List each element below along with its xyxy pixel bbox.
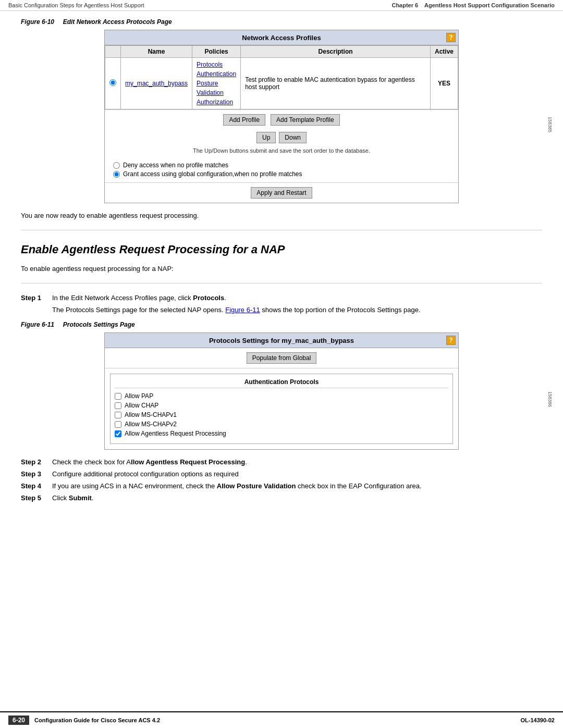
figure11-wrap: Protocols Settings for my_mac_auth_bypas… <box>21 332 542 450</box>
policy-protocols-link[interactable]: Protocols <box>197 60 236 69</box>
chap-checkbox[interactable] <box>115 402 121 409</box>
step5-label: Step 5 <box>21 494 47 502</box>
step1-label: Step 1 <box>21 294 47 302</box>
policy-posture-link[interactable]: Posture <box>197 79 236 88</box>
col-policies: Policies <box>192 46 241 58</box>
footer-page-number: 6-20 <box>8 715 29 725</box>
populate-row: Populate from Global <box>105 348 458 368</box>
updown-note: The Up/Down buttons submit and save the … <box>105 145 458 157</box>
row-description: Test profile to enable MAC autentication… <box>241 58 431 109</box>
auth-protocols-section: Authentication Protocols Allow PAP Allow… <box>110 374 453 444</box>
row-active: YES <box>430 58 458 109</box>
nap-buttons-row: Add Profile Add Template Profile <box>105 109 458 130</box>
step2-row: Step 2 Check the check box for Allow Age… <box>21 458 542 466</box>
main-content: Figure 6-10 Edit Network Access Protocol… <box>0 18 563 527</box>
step4-label: Step 4 <box>21 482 47 490</box>
row-name: my_mac_auth_bypass <box>121 58 192 109</box>
footer-doc-number: OL-14390-02 <box>521 717 555 723</box>
figure11-link[interactable]: Figure 6-11 <box>225 306 260 314</box>
deny-radio-text: Deny access when no profile matches <box>123 162 228 169</box>
mschapv1-checkbox[interactable] <box>115 412 121 418</box>
policy-validation-link[interactable]: Validation <box>197 88 236 97</box>
step1-row: Step 1 In the Edit Network Access Profil… <box>21 294 542 302</box>
row-policies: Protocols Authentication Posture Validat… <box>192 58 241 109</box>
step5-bold: Submit <box>69 494 92 502</box>
step1-sub: The Protocols Settings page for the sele… <box>52 306 542 314</box>
radio-options: Deny access when no profile matches Gran… <box>105 157 458 182</box>
row-radio-cell <box>105 58 121 109</box>
protocols-box: Protocols Settings for my_mac_auth_bypas… <box>104 332 459 450</box>
step-divider <box>21 283 542 283</box>
chapter-info: Chapter 6 Agentless Host Support Configu… <box>391 2 555 8</box>
figure10-wrap: Network Access Profiles ? Name Policies … <box>21 30 542 203</box>
page-header: Basic Configuration Steps for Agentless … <box>0 0 563 11</box>
down-button[interactable]: Down <box>279 132 307 143</box>
protocols-help-icon[interactable]: ? <box>446 336 456 345</box>
figure11-caption: Figure 6-11 Protocols Settings Page <box>21 321 542 328</box>
nap-title-row: Network Access Profiles ? <box>105 30 458 45</box>
section-divider <box>21 230 542 230</box>
mschapv2-label: Allow MS-CHAPv2 <box>125 421 177 428</box>
step2-bold: llow Agentless Request Processing <box>131 458 245 466</box>
mschapv2-checkbox[interactable] <box>115 421 121 428</box>
intro-text: You are now ready to enable agentless re… <box>21 212 542 219</box>
pap-label: Allow PAP <box>125 392 153 400</box>
step1-bold: Protocols <box>193 294 224 302</box>
step1-content: In the Edit Network Access Profiles page… <box>52 294 542 302</box>
nap-help-icon[interactable]: ? <box>446 33 456 42</box>
table-row: my_mac_auth_bypass Protocols Authenticat… <box>105 58 458 109</box>
col-active: Active <box>430 46 458 58</box>
pap-checkbox[interactable] <box>115 393 121 400</box>
figure10-side-number: 158385 <box>547 117 553 132</box>
nap-box: Network Access Profiles ? Name Policies … <box>104 30 459 203</box>
policy-authentication-link[interactable]: Authentication <box>197 69 236 79</box>
footer-left: 6-20 Configuration Guide for Cisco Secur… <box>8 715 160 725</box>
agentless-label: Allow Agentless Request Processing <box>125 430 226 437</box>
checkbox-mschapv2: Allow MS-CHAPv2 <box>115 421 448 428</box>
step2-label: Step 2 <box>21 458 47 466</box>
apply-row: Apply and Restart <box>105 182 458 203</box>
checkbox-chap: Allow CHAP <box>115 402 448 409</box>
chap-label: Allow CHAP <box>125 402 158 409</box>
step3-content: Configure additional protocol configurat… <box>52 470 542 478</box>
profile-name-link[interactable]: my_mac_auth_bypass <box>125 79 188 88</box>
footer-guide: Configuration Guide for Cisco Secure ACS… <box>34 717 160 723</box>
section-heading: Enable Agentless Request Processing for … <box>21 243 542 256</box>
col-description: Description <box>241 46 431 58</box>
step4-bold: Allow Posture Validation <box>217 482 296 490</box>
checkbox-mschapv1: Allow MS-CHAPv1 <box>115 411 448 418</box>
page-footer: 6-20 Configuration Guide for Cisco Secur… <box>0 711 563 728</box>
deny-radio-label: Deny access when no profile matches <box>113 162 450 169</box>
protocols-title: Protocols Settings for my_mac_auth_bypas… <box>117 337 446 344</box>
checkbox-agentless: Allow Agentless Request Processing <box>115 430 448 437</box>
step4-content: If you are using ACS in a NAC environmen… <box>52 482 542 490</box>
protocols-title-row: Protocols Settings for my_mac_auth_bypas… <box>105 333 458 348</box>
step3-label: Step 3 <box>21 470 47 478</box>
grant-radio[interactable] <box>113 171 120 178</box>
policy-authorization-link[interactable]: Authorization <box>197 97 236 107</box>
col-name: Name <box>121 46 192 58</box>
row-radio[interactable] <box>109 79 116 86</box>
step5-content: Click Submit. <box>52 494 542 502</box>
add-template-profile-button[interactable]: Add Template Profile <box>271 114 340 126</box>
grant-radio-text: Grant access using global configuration,… <box>123 170 302 178</box>
breadcrumb: Basic Configuration Steps for Agentless … <box>8 2 144 8</box>
step3-row: Step 3 Configure additional protocol con… <box>21 470 542 478</box>
grant-radio-label: Grant access using global configuration,… <box>113 170 450 178</box>
figure11-side-number: 158386 <box>547 391 553 407</box>
checkbox-pap: Allow PAP <box>115 392 448 400</box>
nap-title: Network Access Profiles <box>117 34 446 42</box>
step5-row: Step 5 Click Submit. <box>21 494 542 502</box>
step2-content: Check the check box for Allow Agentless … <box>52 458 542 466</box>
agentless-checkbox[interactable] <box>115 430 121 437</box>
up-button[interactable]: Up <box>256 132 276 143</box>
figure10-caption: Figure 6-10 Edit Network Access Protocol… <box>21 18 542 26</box>
section-intro: To enable agentless request processing f… <box>21 265 542 273</box>
apply-restart-button[interactable]: Apply and Restart <box>251 187 312 199</box>
nap-table: Name Policies Description Active my_mac_… <box>105 45 458 109</box>
deny-radio[interactable] <box>113 162 120 169</box>
add-profile-button[interactable]: Add Profile <box>223 114 265 126</box>
populate-global-button[interactable]: Populate from Global <box>247 352 317 364</box>
col-select <box>105 46 121 58</box>
updown-row: Up Down <box>105 130 458 145</box>
